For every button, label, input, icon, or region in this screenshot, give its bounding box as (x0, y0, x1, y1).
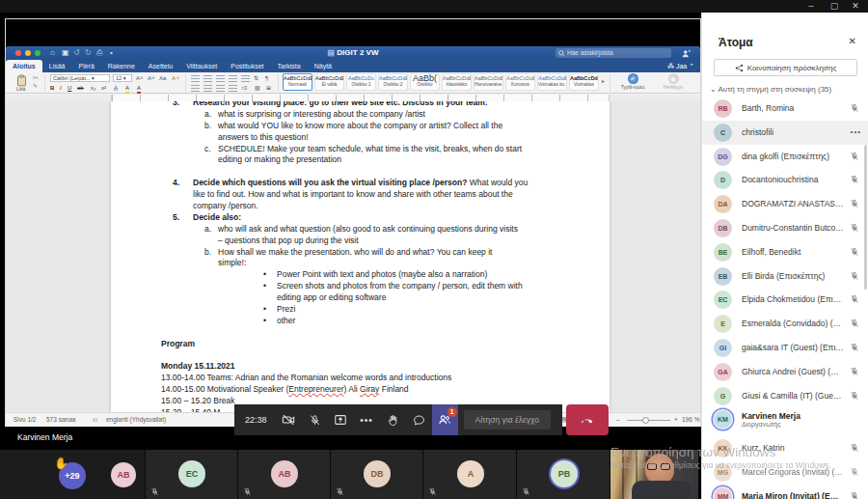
document-page[interactable]: 3.Research your visiting place: go to th… (111, 101, 610, 412)
participant-row[interactable]: MG Marcel Grigoras (Invitat) (Επισ. (702, 460, 868, 485)
style-otsikko-1[interactable]: AaBbCcDcOtsikko 1 (346, 73, 376, 91)
bold-icon[interactable]: B (50, 84, 54, 92)
video-tile[interactable]: A (423, 450, 517, 499)
participant-row[interactable]: E Esmeralda (Convidado) (Επισκ. (702, 312, 868, 336)
word-search-input[interactable]: Hae asiakirjoista (556, 48, 671, 58)
sort-icon[interactable]: ⇅ (254, 74, 258, 82)
font-name-select[interactable]: Calibri (Leipät... ▾ (50, 74, 110, 82)
participant-row[interactable]: C christofili ••• (702, 121, 868, 145)
participant-row[interactable]: KK Kurz, Katrin (702, 436, 868, 460)
clear-format-icon[interactable]: A✧ (172, 74, 180, 82)
maximize-icon[interactable]: ▢ (824, 0, 845, 13)
hang-up-button[interactable] (566, 404, 609, 435)
style-voimakas-ko[interactable]: AaBbCcDdEeVoimakas ko... (537, 73, 567, 91)
minimize-icon[interactable]: – (800, 0, 822, 13)
participant-row[interactable]: BE Eilhoff, Benedikt (702, 240, 868, 264)
subscript-icon[interactable]: x₂ (91, 84, 95, 92)
participant-row[interactable]: DG dina gkolfi (Επισκέπτης) (702, 145, 868, 169)
tab-aloitus[interactable]: Aloitus (6, 60, 42, 72)
mic-off-button[interactable] (302, 404, 328, 435)
change-case-icon[interactable]: Aa (159, 74, 166, 82)
overflow-tile[interactable]: ✋ +29 AB (0, 450, 146, 499)
proofing-icon[interactable]: ⎌ (93, 413, 97, 427)
grow-font-icon[interactable]: A˄ (136, 74, 144, 82)
participant-row[interactable]: D Docantoniouchristina (702, 168, 868, 192)
pilcrow-icon[interactable]: ¶ (265, 74, 268, 82)
font-color-icon[interactable]: A (137, 84, 141, 94)
shading-icon[interactable]: ▨ (255, 84, 260, 92)
indent-icon[interactable] (241, 75, 250, 82)
tab-nayta[interactable]: Näytä (308, 60, 339, 72)
shrink-font-icon[interactable]: A˅ (148, 74, 155, 82)
participant-row[interactable]: GI gaia&sara IT (Guest) (Επισκέπτ. (702, 336, 868, 360)
section-header[interactable]: ⌄ Αυτή τη στιγμή στη σύσκεψη (35) (710, 85, 831, 94)
share-invite-button[interactable]: Κοινοποίηση πρόσκλησης (714, 59, 857, 76)
align-right-icon[interactable] (216, 85, 225, 92)
chat-button[interactable] (406, 404, 432, 435)
people-button-active[interactable]: 1 (432, 404, 458, 435)
style-voimakas[interactable]: AaBbCcDdEeVoimakas (569, 73, 599, 91)
borders-icon[interactable]: ⊞ (266, 84, 271, 92)
request-control-button[interactable]: Αίτηση για έλεγχο (464, 410, 551, 430)
participant-row[interactable]: DA DOGRAMATZI ANASTASIA (Επ (702, 192, 868, 216)
participant-row[interactable]: DB Dumitru-Constantin Butco (Gu (702, 216, 868, 240)
numbered-list-icon[interactable] (203, 75, 212, 82)
sensitivity-button[interactable]: ◉ Herkkyys (657, 73, 690, 91)
tab-rakenne[interactable]: Rakenne (101, 60, 142, 72)
line-spacing-icon[interactable]: ↕≡ (241, 84, 248, 92)
camera-off-button[interactable] (276, 404, 302, 435)
zoom-slider-thumb[interactable] (642, 417, 649, 424)
multilevel-list-icon[interactable] (216, 75, 225, 82)
share-screen-button[interactable] (328, 404, 354, 435)
participant-row[interactable]: MM Maria Miron (Invitat) (Επισκ (702, 485, 868, 499)
style-korostus[interactable]: AaBbCcDdEeKorostus (505, 73, 535, 91)
cut-icon[interactable]: ✂ (33, 74, 39, 82)
word-count[interactable]: 573 sanaa (46, 413, 75, 427)
text-effects-icon[interactable]: A̲ (114, 84, 118, 92)
style-ei-valia[interactable]: AaBbCcDdEeEi väliä (314, 73, 344, 91)
zoom-out-icon[interactable]: – (616, 413, 620, 427)
styles-gallery-more-icon[interactable]: ▸ (602, 77, 605, 85)
italic-icon[interactable]: I (60, 84, 62, 92)
participant-row[interactable]: EB Elli Birda (Επισκέπτης) (702, 264, 868, 289)
share-doc-person-icon[interactable] (682, 49, 691, 58)
bullet-list-icon[interactable] (191, 75, 200, 82)
participant-video-feed[interactable] (610, 450, 699, 499)
video-tile[interactable]: DB (331, 450, 423, 499)
tab-piirra[interactable]: Piirrä (71, 60, 100, 72)
font-size-select[interactable]: 12 ▾ (113, 74, 132, 82)
tab-lisaa[interactable]: Lisää (42, 60, 72, 72)
participant-row[interactable]: GA Ghiurca Andrei (Guest) (Επισκ. (702, 360, 868, 384)
raise-hand-button[interactable] (380, 404, 406, 435)
ruler[interactable] (6, 95, 700, 101)
style-hienovarainen[interactable]: AaBbCcDdEeHienovaraine... (474, 73, 503, 91)
format-painter-icon[interactable]: ✎ (33, 82, 38, 89)
tab-postitukset[interactable]: Postitukset (224, 60, 270, 72)
zoom-in-icon[interactable]: + (674, 413, 678, 427)
tab-viittaukset[interactable]: Viittaukset (179, 60, 224, 72)
more-options-icon[interactable]: ••• (851, 121, 861, 145)
participant-row[interactable]: RB Barth, Romina (702, 97, 868, 121)
language-indicator[interactable]: englanti (Yhdysvallat) (106, 413, 166, 427)
panel-scrollbar[interactable] (864, 145, 867, 290)
more-options-button[interactable]: ••• (354, 404, 380, 435)
strikethrough-icon[interactable]: ab (77, 84, 84, 92)
video-tile[interactable]: AB (238, 450, 331, 499)
superscript-icon[interactable]: x² (101, 84, 106, 92)
outdent-icon[interactable] (229, 75, 237, 82)
video-tile[interactable]: EC (146, 450, 238, 499)
style-otsikko-2[interactable]: AaBbCcDdEeOtsikko 2 (378, 73, 408, 91)
video-tile[interactable]: PB (517, 450, 610, 499)
styles-pane-button[interactable]: ✓ Tyylit-ruutu (616, 73, 649, 91)
share-button[interactable]: ⁂ Jaa ⌃ (667, 60, 694, 72)
underline-icon[interactable]: U (68, 84, 71, 92)
justify-icon[interactable] (229, 85, 237, 92)
page-indicator[interactable]: Sivu 1/2 (14, 413, 37, 427)
close-window-icon[interactable]: ✕ (845, 0, 866, 13)
participant-row-organizer[interactable]: KM Karvinen Merja Διοργανωτής (702, 407, 868, 436)
zoom-level[interactable]: 196 % (682, 413, 699, 427)
align-center-icon[interactable] (203, 85, 212, 92)
style-otsikko[interactable]: AaBb(Otsikko (410, 73, 440, 91)
tab-tarkista[interactable]: Tarkista (271, 60, 308, 72)
tab-asettelu[interactable]: Asettelu (142, 60, 179, 72)
